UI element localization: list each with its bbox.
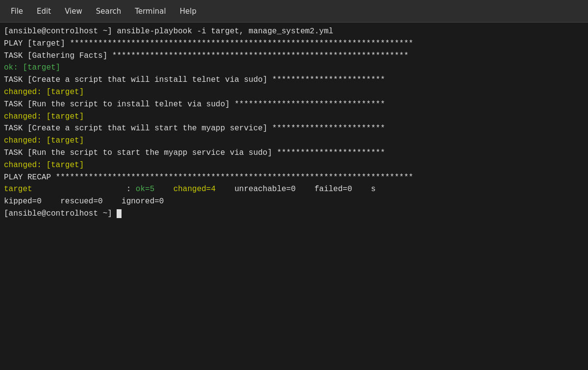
recap-line2: kipped=0 rescued=0 ignored=0	[4, 196, 584, 208]
play-recap-header: PLAY RECAP *****************************…	[4, 172, 584, 184]
task-run-myapp: TASK [Run the script to start the myapp …	[4, 147, 584, 159]
menu-item-edit[interactable]: Edit	[30, 5, 58, 18]
task-create-myapp: TASK [Create a script that will start th…	[4, 123, 584, 135]
menu-item-view[interactable]: View	[58, 5, 89, 18]
recap-line1: target : ok=5 changed=4 unreachable=0 fa…	[4, 183, 584, 196]
play-line: PLAY [target] **************************…	[4, 38, 584, 50]
prompt-line: [ansible@controlhost ~]	[4, 208, 584, 220]
changed-create-myapp: changed: [target]	[4, 135, 584, 147]
menu-item-terminal[interactable]: Terminal	[128, 5, 172, 18]
cmd-line: [ansible@controlhost ~] ansible-playbook…	[4, 25, 584, 38]
task-gather: TASK [Gathering Facts] *****************…	[4, 50, 584, 62]
changed-run-myapp: changed: [target]	[4, 159, 584, 172]
menu-item-search[interactable]: Search	[89, 5, 128, 18]
changed-run-telnet: changed: [target]	[4, 111, 584, 123]
changed-create-telnet: changed: [target]	[4, 86, 584, 99]
menu-item-file[interactable]: File	[4, 5, 30, 18]
menubar: FileEditViewSearchTerminalHelp	[0, 0, 588, 23]
task-run-telnet: TASK [Run the script to install telnet v…	[4, 99, 584, 111]
cursor	[117, 209, 122, 218]
task-create-telnet: TASK [Create a script that will install …	[4, 74, 584, 86]
ok-gather: ok: [target]	[4, 62, 584, 74]
menu-item-help[interactable]: Help	[173, 5, 203, 18]
terminal: [ansible@controlhost ~] ansible-playbook…	[0, 23, 588, 370]
